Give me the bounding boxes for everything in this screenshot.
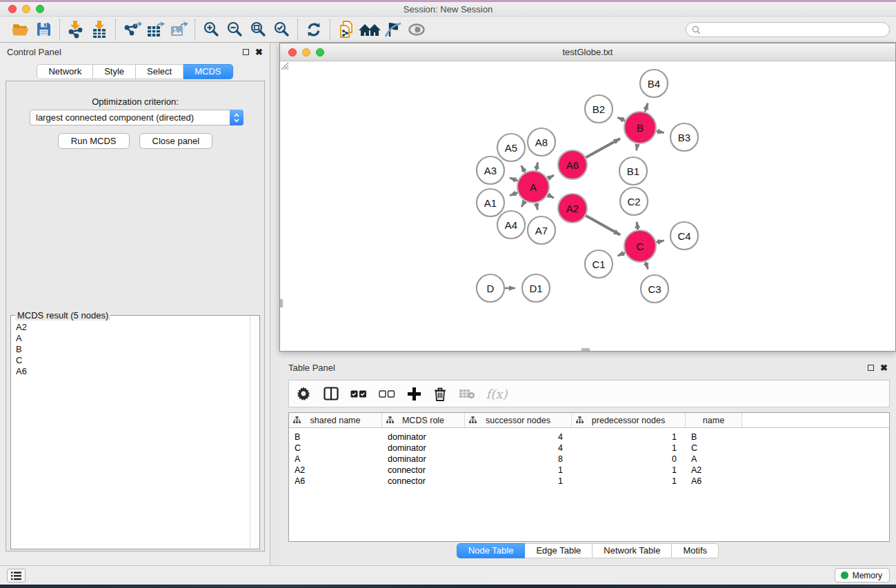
list-item[interactable]: C: [16, 355, 249, 366]
import-network-button[interactable]: [64, 19, 88, 40]
function-builder-button[interactable]: f(x): [481, 383, 512, 404]
graph-node-label: A3: [484, 165, 497, 176]
control-panel-title: Control Panel: [7, 47, 243, 57]
table-row[interactable]: A2connector11A2: [289, 465, 889, 476]
memory-label: Memory: [853, 571, 882, 580]
close-panel-icon[interactable]: ✖: [255, 49, 263, 55]
search-field[interactable]: [686, 22, 890, 37]
tab-node-table[interactable]: Node Table: [457, 543, 526, 558]
list-item[interactable]: A: [16, 333, 249, 344]
deselect-all-button[interactable]: [373, 383, 401, 404]
tab-network[interactable]: Network: [37, 64, 93, 79]
list-item[interactable]: A6: [16, 366, 249, 377]
export-table-button[interactable]: [143, 19, 167, 40]
column-header-predecessor-nodes[interactable]: predecessor nodes: [572, 413, 686, 427]
float-panel-icon[interactable]: [868, 365, 874, 371]
tab-network-table[interactable]: Network Table: [593, 543, 672, 558]
task-list-icon: [11, 571, 21, 580]
graph-edge-A-A4[interactable]: [521, 201, 525, 207]
zoom-selected-button[interactable]: [270, 19, 293, 40]
network-canvas[interactable]: B4B2BB3A8A5A6A3B1AC2A1A2A4A7C4CC1C3DD1: [280, 61, 895, 351]
graph-edge-C-C4[interactable]: [656, 241, 664, 243]
delete-table-button[interactable]: [453, 383, 481, 404]
column-header-name[interactable]: name: [686, 413, 742, 427]
export-image-button[interactable]: [167, 19, 190, 40]
column-header-mcds-role[interactable]: MCDS role: [382, 413, 465, 427]
close-panel-icon[interactable]: ✖: [880, 365, 888, 371]
home-button[interactable]: [358, 19, 381, 40]
column-panel-button[interactable]: [318, 383, 344, 404]
graph-edge-A-A1[interactable]: [510, 192, 517, 195]
graph-edge-B-B4[interactable]: [645, 103, 648, 112]
import-table-button[interactable]: [88, 19, 111, 40]
graph-edge-B-B2[interactable]: [617, 117, 625, 121]
graph-edge-B-B3[interactable]: [656, 131, 664, 132]
graph-edge-A-A3[interactable]: [510, 178, 518, 181]
table-row[interactable]: Adominator80A: [289, 454, 889, 465]
graph-edge-A-A2[interactable]: [548, 194, 554, 198]
graph-edge-A-A6[interactable]: [548, 175, 554, 179]
clone-network-button[interactable]: [335, 19, 358, 40]
save-session-button[interactable]: [32, 19, 55, 40]
table-body[interactable]: Bdominator41BCdominator41CAdominator80AA…: [289, 428, 889, 487]
select-all-button[interactable]: [344, 383, 373, 404]
graph-edge-A6-B[interactable]: [586, 139, 620, 157]
list-item[interactable]: A2: [16, 322, 249, 333]
column-header-shared-name[interactable]: shared name: [289, 413, 382, 427]
table-cell: 8: [465, 454, 572, 465]
graph-edge-A-A7[interactable]: [536, 203, 537, 210]
function-builder-icon: f(x): [486, 387, 508, 401]
float-panel-icon[interactable]: [243, 49, 249, 55]
zoom-out-button[interactable]: [223, 19, 246, 40]
column-header-filler: [742, 413, 889, 427]
export-network-button[interactable]: [120, 19, 143, 40]
zoom-in-button[interactable]: [199, 19, 223, 40]
table-row[interactable]: Cdominator41C: [289, 443, 889, 454]
table-row[interactable]: A6connector11A6: [289, 476, 889, 487]
canvas-left-scroll-mark[interactable]: [280, 299, 283, 307]
column-header-successor-nodes[interactable]: successor nodes: [465, 413, 572, 427]
show-tasks-button[interactable]: [7, 569, 26, 582]
graph-edge-C-C1[interactable]: [618, 253, 625, 256]
result-scrollbar[interactable]: [250, 316, 259, 549]
graph-edge-A2-C[interactable]: [586, 216, 620, 235]
tab-mcds[interactable]: MCDS: [183, 64, 232, 79]
memory-button[interactable]: Memory: [835, 568, 890, 582]
column-type-icon: [576, 416, 584, 424]
zoom-fit-button[interactable]: [246, 19, 270, 40]
table-cell: connector: [382, 476, 465, 487]
delete-columns-button[interactable]: [427, 383, 453, 404]
graph-node-label: B: [637, 122, 644, 134]
canvas-bottom-scroll-mark[interactable]: [581, 348, 590, 351]
table-cell: [742, 432, 889, 443]
table-cell: C: [686, 443, 742, 454]
show-graphics-button[interactable]: [405, 19, 428, 40]
tab-edge-table[interactable]: Edge Table: [525, 543, 593, 558]
create-column-button[interactable]: [401, 383, 427, 404]
hide-flag-button[interactable]: [381, 19, 405, 40]
graph-node-label: A8: [535, 136, 548, 148]
open-session-button[interactable]: [8, 19, 32, 40]
graph-edge-C-C2[interactable]: [637, 222, 638, 230]
graph-edge-B-B1[interactable]: [637, 144, 638, 151]
mcds-result-list[interactable]: A2ABCA6: [12, 318, 249, 548]
table-cell: 1: [572, 476, 686, 487]
table-settings-button[interactable]: [289, 383, 318, 404]
graph-edge-A-A5[interactable]: [521, 165, 526, 172]
network-window-titlebar[interactable]: testGlobe.txt: [280, 43, 895, 61]
search-input[interactable]: [704, 23, 889, 36]
graph-edge-C-C3[interactable]: [646, 262, 648, 270]
tab-select[interactable]: Select: [136, 64, 183, 79]
zoom-fit-icon: [249, 21, 267, 39]
resize-grip-icon[interactable]: [280, 61, 289, 70]
refresh-button[interactable]: [302, 19, 326, 40]
optimization-dropdown[interactable]: largest connected component (directed): [30, 110, 243, 125]
close-panel-button[interactable]: Close panel: [139, 133, 213, 149]
graph-edge-A-A8[interactable]: [536, 163, 537, 171]
tab-motifs[interactable]: Motifs: [672, 543, 719, 558]
run-mcds-button[interactable]: Run MCDS: [58, 133, 130, 149]
table-row[interactable]: Bdominator41B: [289, 432, 889, 443]
main-toolbar: [0, 17, 896, 43]
list-item[interactable]: B: [16, 344, 249, 355]
tab-style[interactable]: Style: [93, 64, 136, 79]
